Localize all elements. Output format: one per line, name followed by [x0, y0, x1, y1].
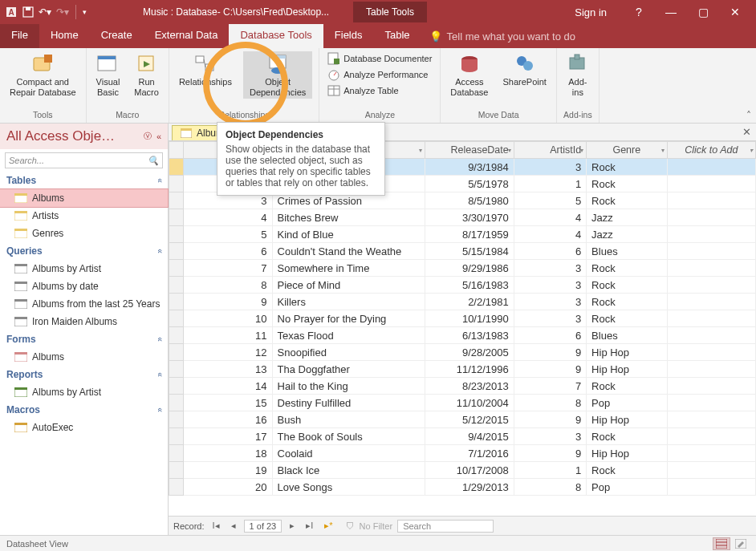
analyze-performance-button[interactable]: Analyze Performance: [326, 67, 433, 82]
compact-repair-button[interactable]: Compact and Repair Database: [6, 51, 79, 99]
status-bar: Datasheet View: [0, 535, 756, 551]
view-datasheet-icon[interactable]: [713, 537, 730, 550]
table-row[interactable]: 13 Tha Doggfather 11/12/1996 9 Hip Hop: [169, 361, 756, 378]
svg-rect-39: [14, 282, 27, 284]
nav-group-tables[interactable]: Tables«: [0, 172, 168, 189]
close-icon[interactable]: ✕: [719, 6, 751, 18]
database-documenter-button[interactable]: Database Documenter: [326, 51, 433, 66]
nav-item-genres[interactable]: Genres: [0, 225, 168, 242]
undo-icon[interactable]: ↶▾: [39, 6, 51, 18]
nav-collapse-icon[interactable]: «: [156, 132, 161, 141]
tab-database-tools[interactable]: Database Tools: [229, 24, 323, 48]
table-row[interactable]: 15 Destiny Fulfilled 11/10/2004 8 Pop: [169, 395, 756, 411]
nav-group-queries[interactable]: Queries«: [0, 242, 168, 260]
tab-external-data[interactable]: External Data: [144, 24, 230, 48]
svg-line-12: [204, 59, 205, 67]
svg-rect-37: [14, 264, 27, 266]
vb-icon: [96, 53, 119, 75]
tab-fields[interactable]: Fields: [323, 24, 374, 48]
column-header-genre[interactable]: Genre▾: [587, 142, 667, 159]
svg-point-15: [271, 67, 284, 74]
tab-table[interactable]: Table: [374, 24, 421, 48]
run-macro-button[interactable]: Run Macro: [131, 51, 162, 99]
nav-item-autoexec[interactable]: AutoExec: [0, 419, 168, 436]
nav-item-albums-from-the-last-25-years[interactable]: Albums from the last 25 Years: [0, 295, 168, 313]
table-row[interactable]: 16 Bush 5/12/2015 9 Hip Hop: [169, 411, 756, 428]
table-row[interactable]: 19 Black Ice 10/17/2008 1 Rock: [169, 462, 756, 479]
nav-prev-icon[interactable]: ◂: [228, 521, 239, 531]
select-all-corner[interactable]: [169, 142, 184, 159]
nav-group-reports[interactable]: Reports«: [0, 366, 168, 383]
column-header-releasedate[interactable]: ReleaseDate▾: [425, 142, 514, 159]
svg-rect-41: [14, 299, 27, 302]
table-row[interactable]: 6 Couldn't Stand the Weathe 5/15/1984 6 …: [169, 243, 756, 260]
redo-icon[interactable]: ↷▾: [56, 6, 69, 18]
tooltip-object-dependencies: Object Dependencies Show objects in the …: [217, 122, 385, 196]
table-row[interactable]: 11 Texas Flood 6/13/1983 6 Blues: [169, 327, 756, 344]
table-row[interactable]: 5 Kind of Blue 8/17/1959 4 Jazz: [169, 226, 756, 243]
tab-create[interactable]: Create: [90, 24, 144, 48]
sharepoint-button[interactable]: SharePoint: [499, 51, 549, 89]
svg-point-27: [523, 61, 533, 71]
qat-customize-icon[interactable]: ▾: [83, 8, 87, 16]
table-icon: [14, 211, 27, 221]
visual-basic-button[interactable]: Visual Basic: [93, 51, 124, 99]
document-area: Albums ✕ Object Dependencies Show object…: [169, 124, 756, 535]
access-database-button[interactable]: Access Database: [447, 51, 491, 99]
nav-item-iron-maiden-albums[interactable]: Iron Maiden Albums: [0, 313, 168, 330]
svg-rect-52: [716, 539, 727, 549]
table-row[interactable]: 18 Coolaid 7/1/2016 9 Hip Hop: [169, 445, 756, 462]
table-row[interactable]: 7 Somewhere in Time 9/29/1986 3 Rock: [169, 260, 756, 277]
nav-item-albums[interactable]: Albums: [0, 348, 168, 366]
query-icon: [14, 264, 27, 273]
nav-header[interactable]: All Access Obje… ⓥ «: [0, 124, 168, 149]
nav-item-artists[interactable]: Artists: [0, 207, 168, 225]
sign-in-link[interactable]: Sign in: [575, 6, 607, 18]
tab-home[interactable]: Home: [39, 24, 90, 48]
collapse-ribbon-icon[interactable]: ˄: [746, 110, 751, 121]
table-row[interactable]: 8 Piece of Mind 5/16/1983 3 Rock: [169, 277, 756, 294]
table-row[interactable]: 4 Bitches Brew 3/30/1970 4 Jazz: [169, 209, 756, 226]
tab-file[interactable]: File: [0, 24, 39, 48]
save-icon[interactable]: [22, 6, 34, 18]
column-header-add[interactable]: Click to Add▾: [667, 142, 755, 159]
table-icon: [14, 229, 27, 238]
help-icon[interactable]: ?: [623, 6, 655, 18]
column-header-artistid[interactable]: ArtistId▾: [514, 142, 586, 159]
nav-last-icon[interactable]: ▸I: [303, 521, 316, 531]
table-row[interactable]: 12 Snoopified 9/28/2005 9 Hip Hop: [169, 344, 756, 361]
title-bar: A ↶▾ ↷▾ ▾ Music : Database- C:\Users\Fre…: [0, 0, 756, 24]
table-row[interactable]: 10 No Prayer for the Dying 10/1/1990 3 R…: [169, 310, 756, 327]
analyze-table-button[interactable]: Analyze Table: [326, 83, 433, 98]
nav-group-macros[interactable]: Macros«: [0, 401, 168, 419]
record-search-input[interactable]: Search: [397, 520, 494, 533]
table-row[interactable]: 20 Love Songs 1/29/2013 8 Pop: [169, 479, 756, 496]
record-position[interactable]: 1 of 23: [244, 520, 282, 533]
svg-rect-4: [26, 7, 30, 10]
minimize-icon[interactable]: —: [655, 6, 687, 18]
nav-item-albums[interactable]: Albums: [0, 189, 168, 207]
view-design-icon[interactable]: [732, 537, 750, 550]
nav-item-albums-by-date[interactable]: Albums by date: [0, 278, 168, 295]
addins-button[interactable]: Add- ins: [563, 51, 592, 99]
nav-new-icon[interactable]: ▸*: [321, 521, 335, 531]
nav-group-forms[interactable]: Forms«: [0, 330, 168, 348]
nav-search-input[interactable]: Search... 🔍: [5, 152, 163, 168]
app-icon: A: [5, 6, 18, 18]
table-row[interactable]: 14 Hail to the King 8/23/2013 7 Rock: [169, 378, 756, 395]
object-dependencies-button[interactable]: Object Dependencies: [243, 51, 312, 99]
nav-first-icon[interactable]: I◂: [209, 521, 223, 531]
table-icon: [14, 193, 27, 203]
tell-me-search[interactable]: 💡 Tell me what you want to do: [429, 24, 575, 48]
nav-item-albums-by-artist[interactable]: Albums by Artist: [0, 383, 168, 401]
table-row[interactable]: 9 Killers 2/2/1981 3 Rock: [169, 294, 756, 310]
object-dependencies-icon: [266, 53, 289, 75]
nav-item-albums-by-artist[interactable]: Albums by Artist: [0, 260, 168, 278]
table-row[interactable]: 17 The Book of Souls 9/4/2015 3 Rock: [169, 428, 756, 445]
record-navigator: Record: I◂ ◂ 1 of 23 ▸ ▸I ▸* ⛉ No Filter…: [169, 516, 756, 535]
relationships-button[interactable]: Relationships: [176, 51, 235, 89]
restore-icon[interactable]: ▢: [687, 6, 719, 18]
nav-menu-icon[interactable]: ⓥ: [144, 131, 152, 142]
doc-close-icon[interactable]: ✕: [742, 126, 751, 138]
nav-next-icon[interactable]: ▸: [287, 521, 298, 531]
